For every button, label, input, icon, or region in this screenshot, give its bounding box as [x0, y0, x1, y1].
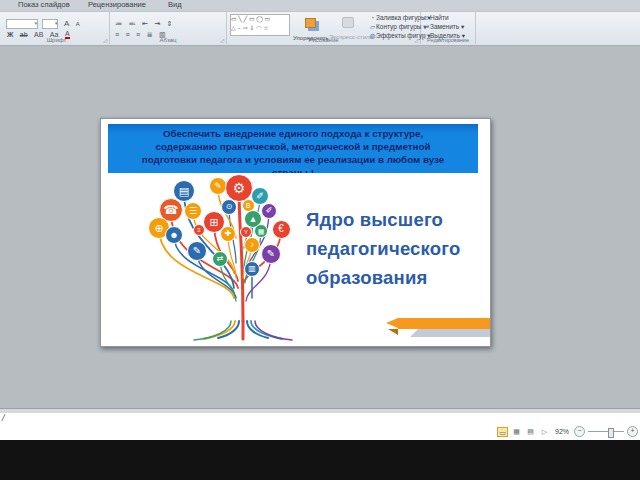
zoom-slider[interactable]	[588, 431, 624, 432]
normal-view-button[interactable]: ▭	[497, 427, 508, 437]
replace-button[interactable]: ⇄Заменить ▾	[423, 22, 465, 31]
status-bar-controls: ▭ ▦ ▤ ▷ 92% − +	[497, 425, 638, 438]
quick-styles-icon	[342, 17, 354, 28]
euro-icon: €	[272, 220, 291, 239]
ribbon: А А Ж ab АВ Аа А Шрифт ◿ ≔ ≕ ⇤ ⇥ ⇕ ≡ ≡ ≡…	[0, 12, 640, 46]
gear-icon: ⚙	[225, 174, 253, 202]
arrows-icon: ⇄	[212, 251, 228, 267]
banner-line: содержанию практической, методической и …	[108, 140, 478, 153]
banner-line-clipped: страны !	[108, 166, 478, 173]
paragraph-dialog-launcher[interactable]: ◿	[220, 37, 224, 43]
shapes-row-1: ▭ ╲ ╱ ▭ ◯ ▭	[231, 15, 289, 24]
find-button[interactable]: ⊙Найти	[423, 13, 465, 22]
slide-sorter-view-button[interactable]: ▦	[511, 427, 522, 437]
ribbon-shadow-band	[410, 329, 490, 337]
banner-line: подготовки педагога и условиям ее реализ…	[108, 153, 478, 166]
zoom-in-button[interactable]: +	[627, 426, 638, 437]
shrink-font-button[interactable]: А	[76, 21, 80, 27]
shape-outline-icon: ▱	[369, 22, 376, 31]
plus-icon: ✚	[220, 226, 236, 242]
replace-icon: ⇄	[423, 22, 430, 31]
editing-group-label: Редактирование	[421, 37, 475, 43]
slide-title-line: педагогического	[306, 234, 486, 263]
ribbon-group-paragraph: ≔ ≕ ⇤ ⇥ ⇕ ≡ ≡ ≡ ≣ ▥ Абзац ◿	[110, 12, 227, 44]
zoom-level[interactable]: 92%	[555, 428, 569, 435]
orange-ribbon-fold	[388, 329, 398, 335]
font-dialog-launcher[interactable]: ◿	[103, 37, 107, 43]
slide-canvas[interactable]: Обеспечить внедрение единого подхода к с…	[100, 118, 491, 347]
shapes-gallery[interactable]: ▭ ╲ ╱ ▭ ◯ ▭ △ ⌣ ⇨ ⇩ ◠ ☆	[230, 14, 290, 36]
find-icon: ⊙	[423, 13, 430, 22]
reading-view-button[interactable]: ▤	[525, 427, 536, 437]
slideshow-view-button[interactable]: ▷	[539, 427, 550, 437]
search-icon: ⊙	[221, 199, 237, 215]
note-icon: ♪	[244, 237, 260, 253]
ribbon-group-font: А А Ж ab АВ Аа А Шрифт ◿	[4, 12, 110, 44]
drawing-dialog-launcher[interactable]: ◿	[414, 37, 418, 43]
call-control-bar: 22	[0, 440, 640, 480]
pen3-icon: ✎	[261, 244, 281, 264]
slide-title[interactable]: Ядро высшего педагогического образования	[306, 205, 486, 292]
slide-title-line: образования	[306, 263, 486, 292]
slide-title-line: Ядро высшего	[306, 205, 486, 234]
orange-ribbon-arrow-tip	[386, 318, 398, 328]
drawing-group-label: Рисование	[227, 37, 420, 43]
banner-line: Обеспечить внедрение единого подхода к с…	[108, 127, 478, 140]
ribbon-group-drawing: ▭ ╲ ╱ ▭ ◯ ▭ △ ⌣ ⇨ ⇩ ◠ ☆ Упорядочить Эксп…	[227, 12, 421, 44]
zoom-slider-thumb[interactable]	[608, 428, 614, 438]
paragraph-group-label: Абзац	[110, 37, 226, 43]
slide-banner-textbox[interactable]: Обеспечить внедрение единого подхода к с…	[108, 124, 478, 173]
tab-view[interactable]: Вид	[168, 0, 182, 9]
notes-pane[interactable]: / ▭ ▦ ▤ ▷ 92% − +	[0, 413, 640, 440]
line-spacing-button[interactable]: ⇕	[167, 20, 173, 28]
pencil2-icon: ✎	[187, 241, 207, 261]
list-icon: ☰	[184, 202, 202, 220]
shapes-row-2: △ ⌣ ⇨ ⇩ ◠ ☆	[231, 24, 289, 33]
ribbon-tab-row: Показ слайдов Рецензирование Вид	[0, 0, 640, 12]
menu-icon: ≡	[193, 224, 205, 236]
grid-icon: ▦	[254, 224, 268, 238]
arrange-icon	[305, 18, 316, 28]
font-group-label: Шрифт	[4, 37, 109, 43]
zoom-out-button[interactable]: −	[574, 426, 585, 437]
slide-workspace[interactable]: Обеспечить внедрение единого подхода к с…	[0, 46, 640, 408]
person-icon: ☻	[165, 226, 183, 244]
tab-review[interactable]: Рецензирование	[88, 0, 146, 9]
clipboard-icon: ▥	[244, 261, 260, 277]
ribbon-group-editing: ⊙Найти ⇄Заменить ▾ ▢Выделить ▾ Редактиро…	[421, 12, 476, 44]
icon-tree: ▤✎⚙✐☎☰⊙B⊕⊞≡▲✐€☻✚Y▦♪✎⇄✎▥	[126, 173, 311, 343]
orange-ribbon-accent	[398, 318, 490, 329]
pen2-icon: ✐	[261, 203, 277, 219]
notes-cursor-mark: /	[2, 413, 5, 423]
shape-fill-icon: ◔	[369, 13, 376, 22]
tab-slideshow[interactable]: Показ слайдов	[18, 0, 70, 9]
